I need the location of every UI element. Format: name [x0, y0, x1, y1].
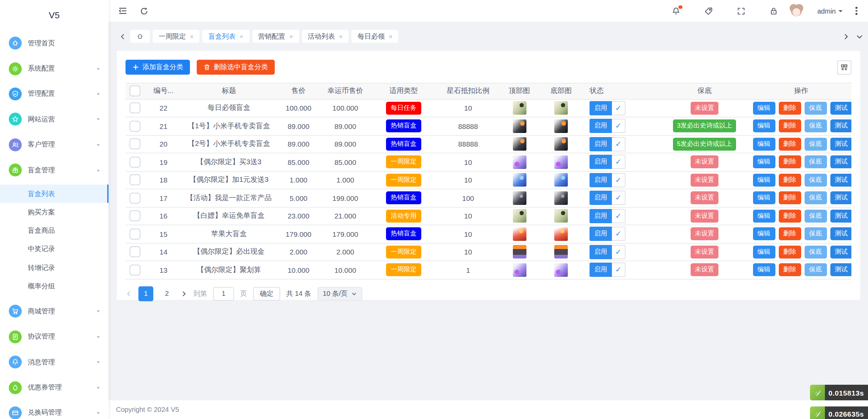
sidebar-item-dashboard[interactable]: 管理首页	[0, 31, 109, 56]
sidebar-subitem-probability-groups[interactable]: 概率分组	[0, 277, 109, 296]
delete-button[interactable]: 删除	[778, 174, 801, 187]
kebab-menu-icon[interactable]	[854, 6, 859, 16]
per-page-select[interactable]: 10 条/页	[317, 287, 362, 300]
guarantee-button[interactable]: 保底	[804, 138, 827, 151]
add-category-button[interactable]: 添加盲盒分类	[126, 60, 190, 75]
sidebar-item-admin-config[interactable]: 管理配置 ▼	[0, 81, 109, 107]
test-button[interactable]: 测试	[830, 246, 851, 259]
tabs-scroll-right-icon[interactable]	[842, 33, 849, 40]
delete-button[interactable]: 删除	[778, 120, 801, 133]
tab-home[interactable]	[130, 30, 150, 43]
guarantee-button[interactable]: 保底	[804, 228, 827, 241]
row-checkbox[interactable]	[130, 193, 140, 204]
edit-button[interactable]: 编辑	[753, 228, 775, 241]
delete-button[interactable]: 删除	[778, 264, 801, 277]
tab-weekly-limited[interactable]: 一周限定 ×	[153, 30, 200, 43]
sidebar-item-site-operation[interactable]: 网站运营 ▼	[0, 107, 109, 132]
edit-button[interactable]: 编辑	[753, 120, 775, 133]
tab-blindbox-list[interactable]: 盲盒列表 ×	[202, 30, 250, 43]
delete-button[interactable]: 删除	[778, 228, 801, 241]
prev-page-icon[interactable]	[126, 290, 132, 297]
sidebar-item-system-config[interactable]: 系统配置 ▼	[0, 56, 109, 81]
page-button-2[interactable]: 2	[159, 286, 174, 301]
test-button[interactable]: 测试	[830, 102, 851, 115]
test-button[interactable]: 测试	[830, 228, 851, 241]
page-button-1[interactable]: 1	[138, 286, 153, 301]
row-checkbox[interactable]	[130, 103, 140, 114]
edit-button[interactable]: 编辑	[753, 102, 775, 115]
close-icon[interactable]: ×	[339, 33, 343, 40]
row-checkbox[interactable]	[130, 229, 140, 240]
edit-button[interactable]: 编辑	[753, 174, 775, 187]
sidebar-item-customer-mgmt[interactable]: 客户管理 ▼	[0, 132, 109, 157]
edit-button[interactable]: 编辑	[753, 210, 775, 223]
delete-button[interactable]: 删除	[778, 192, 801, 205]
row-checkbox[interactable]	[130, 247, 140, 258]
sidebar-item-agreement-mgmt[interactable]: 协议管理 ▼	[0, 324, 109, 349]
sidebar-subitem-transfer-records[interactable]: 转增记录	[0, 259, 109, 277]
notification-bell-icon[interactable]	[672, 6, 680, 15]
edit-button[interactable]: 编辑	[753, 192, 775, 205]
test-button[interactable]: 测试	[830, 174, 851, 187]
close-icon[interactable]: ×	[289, 33, 293, 40]
select-all-checkbox[interactable]	[130, 86, 140, 97]
guarantee-button[interactable]: 保底	[804, 174, 827, 187]
tab-daily-claim[interactable]: 每日必领 ×	[351, 30, 399, 43]
sidebar-subitem-winning-records[interactable]: 中奖记录	[0, 240, 109, 259]
tabs-scroll-left-icon[interactable]	[119, 33, 126, 40]
status-toggle[interactable]: 启用✓	[590, 209, 625, 223]
test-button[interactable]: 测试	[830, 192, 851, 205]
close-icon[interactable]: ×	[240, 33, 244, 40]
row-checkbox[interactable]	[130, 121, 140, 132]
guarantee-button[interactable]: 保底	[804, 264, 827, 277]
delete-selected-button[interactable]: 删除选中盲盒分类	[197, 60, 275, 75]
status-toggle[interactable]: 启用✓	[590, 263, 625, 277]
status-toggle[interactable]: 启用✓	[590, 137, 625, 151]
test-button[interactable]: 测试	[830, 120, 851, 133]
guarantee-button[interactable]: 保底	[804, 102, 827, 115]
sidebar-item-redeem-code-mgmt[interactable]: 兑换码管理 ▼	[0, 400, 109, 419]
goto-page-input[interactable]	[213, 287, 234, 300]
next-page-icon[interactable]	[180, 290, 187, 297]
column-settings-button[interactable]	[837, 60, 851, 74]
sidebar-subitem-blindbox-list[interactable]: 盲盒列表	[0, 185, 109, 203]
sidebar-item-blindbox-mgmt[interactable]: 盲盒管理 ▲	[0, 157, 109, 183]
row-checkbox[interactable]	[130, 211, 140, 222]
delete-button[interactable]: 删除	[778, 246, 801, 259]
tag-icon[interactable]	[704, 6, 713, 15]
edit-button[interactable]: 编辑	[753, 156, 775, 169]
close-icon[interactable]: ×	[389, 33, 392, 40]
status-toggle[interactable]: 启用✓	[590, 227, 625, 241]
guarantee-button[interactable]: 保底	[804, 192, 827, 205]
status-toggle[interactable]: 启用✓	[590, 173, 625, 187]
guarantee-button[interactable]: 保底	[804, 120, 827, 133]
fullscreen-icon[interactable]	[737, 6, 746, 15]
sidebar-item-mall-mgmt[interactable]: 商城管理 ▼	[0, 299, 109, 324]
delete-button[interactable]: 删除	[778, 156, 801, 169]
status-toggle[interactable]: 启用✓	[590, 155, 625, 169]
guarantee-button[interactable]: 保底	[804, 210, 827, 223]
status-toggle[interactable]: 启用✓	[590, 119, 625, 133]
collapse-sidebar-icon[interactable]	[118, 6, 128, 16]
tabs-dropdown-icon[interactable]	[856, 33, 863, 40]
sidebar-subitem-purchase-plan[interactable]: 购买方案	[0, 203, 109, 222]
status-toggle[interactable]: 启用✓	[590, 245, 625, 259]
user-menu[interactable]: admin	[817, 7, 843, 15]
test-button[interactable]: 测试	[830, 264, 851, 277]
avatar[interactable]	[791, 5, 802, 16]
lock-icon[interactable]	[769, 6, 778, 15]
edit-button[interactable]: 编辑	[753, 246, 775, 259]
guarantee-button[interactable]: 保底	[804, 156, 827, 169]
sidebar-item-message-mgmt[interactable]: 消息管理 ▼	[0, 349, 109, 375]
row-checkbox[interactable]	[130, 175, 140, 186]
edit-button[interactable]: 编辑	[753, 264, 775, 277]
row-checkbox[interactable]	[130, 265, 140, 275]
tab-activity-list[interactable]: 活动列表 ×	[302, 30, 349, 43]
test-button[interactable]: 测试	[830, 138, 851, 151]
delete-button[interactable]: 删除	[778, 102, 801, 115]
edit-button[interactable]: 编辑	[753, 138, 775, 151]
delete-button[interactable]: 删除	[778, 210, 801, 223]
close-icon[interactable]: ×	[190, 33, 194, 40]
test-button[interactable]: 测试	[830, 156, 851, 169]
status-toggle[interactable]: 启用✓	[590, 101, 625, 115]
